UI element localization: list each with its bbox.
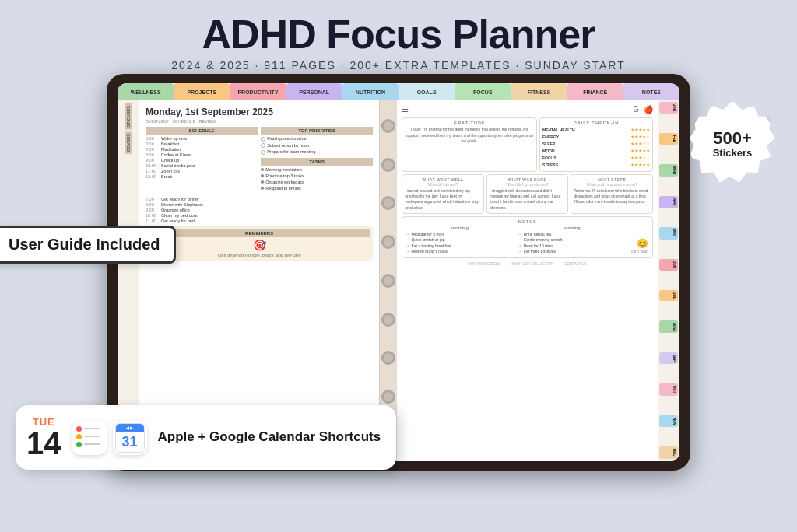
page-subtitle: 2024 & 2025 · 911 PAGES · 200+ EXTRA TEM… — [0, 59, 797, 72]
tab-finance[interactable]: FINANCE — [567, 83, 623, 100]
priorities-col: TOP PRIORITIES Finish project outline Su… — [261, 127, 373, 192]
time-task: Social media post — [161, 163, 195, 168]
bullet-icon — [261, 137, 265, 142]
reminders-app-icon[interactable] — [72, 421, 107, 455]
arrow-icon: → — [405, 249, 409, 254]
google-calendar-icon[interactable]: ◀ ▶ 31 — [113, 421, 147, 455]
month-mar[interactable]: MAR — [659, 164, 678, 177]
tab-productivity[interactable]: PRODUCTIVITY — [230, 83, 286, 100]
month-feb[interactable]: FEB — [659, 133, 678, 145]
google-icon[interactable]: G — [633, 105, 639, 114]
month-dec[interactable]: DEC — [659, 446, 678, 459]
checkin-row: FOCUS ★★★☆☆ — [542, 155, 650, 160]
reminders-header: REMINDERS — [149, 229, 370, 237]
page-title: ADHD Focus Planner — [0, 14, 797, 54]
time-row: 6:00 Breakfast — [146, 142, 258, 146]
time-row: 9:00 Check up — [146, 158, 258, 163]
review-sub: What did I do well? — [405, 183, 481, 187]
notes-section: NOTES morning → Meditate for 5 mins — [402, 216, 653, 258]
checkin-label: ENERGY — [542, 135, 559, 139]
tab-notes[interactable]: NOTES — [623, 83, 679, 100]
checkin-label: SLEEP — [542, 142, 555, 146]
arrow-icon: → — [518, 232, 522, 236]
user-guide-text: User Guide Included — [9, 236, 160, 254]
month-aug[interactable]: AUG — [659, 320, 678, 333]
review-sub: What didn't go as planned? — [490, 183, 566, 187]
month-jul[interactable]: JUL — [659, 290, 678, 302]
reminder-text: I am deserving of love, peace, and self-… — [149, 253, 370, 257]
ring — [381, 119, 395, 133]
note-text: Read for 10 mins — [524, 243, 553, 248]
task-text: Respond to emails — [265, 186, 301, 191]
dot-icon — [261, 174, 264, 177]
schedule-header: SCHEDULE — [146, 127, 258, 135]
time-label: 10:00 — [146, 213, 160, 218]
ring — [381, 235, 395, 249]
ring — [381, 274, 395, 288]
footer-shop: SHOP OUR COLLECTION — [511, 262, 553, 266]
right-sidebar-months: JAN FEB MAR APR MAY JUN JUL AUG SEP OCT … — [658, 100, 679, 461]
checkin-label: STRESS — [542, 163, 558, 167]
time-row: 10:00 Social media post — [146, 163, 258, 168]
time-row: 9:00 Organize office — [146, 208, 373, 212]
time-row: 7:00 Get ready for dinner — [146, 197, 373, 201]
note-text: Meditate for 5 mins — [411, 232, 444, 236]
ring — [381, 351, 395, 365]
month-jun[interactable]: JUN — [659, 259, 678, 271]
time-task: Breakfast — [161, 142, 179, 146]
tab-wellness[interactable]: WELLNESS — [118, 83, 174, 100]
apple-icon[interactable]: 🍎 — [644, 105, 653, 114]
tab-fitness[interactable]: FITNESS — [511, 83, 567, 100]
what-was-hard-box: WHAT WAS HARD What didn't go as planned?… — [486, 174, 569, 214]
dot-icon — [261, 180, 264, 184]
checkin-label: MOOD — [542, 149, 555, 153]
time-label: 8:00 — [146, 152, 160, 157]
gratitude-text: Today, I'm grateful for the quiet moment… — [405, 127, 534, 145]
priority-text: Finish project outline — [267, 136, 306, 141]
calendar-shortcuts-text: Apple + Google Calendar Shortcuts — [158, 429, 381, 445]
month-may[interactable]: MAY — [659, 227, 678, 240]
month-sep[interactable]: SEP — [659, 352, 678, 364]
menu-icon[interactable]: ☰ — [402, 105, 409, 114]
footer-brand: CHATTAN DESIGNS — [468, 262, 500, 266]
sidebar-covers[interactable]: COVERS — [125, 131, 132, 154]
time-label: 8:00 — [146, 202, 160, 207]
checkin-row: SLEEP ★★★☆☆ — [542, 141, 650, 146]
stars: ★★★☆☆ — [630, 141, 650, 146]
task-text: Morning meditation — [265, 167, 302, 172]
stars: ★★★☆☆ — [630, 155, 650, 160]
reminders-section: REMINDERS 🎯 I am deserving of love, peac… — [146, 226, 373, 261]
footer-contact: CONTACT US — [564, 262, 587, 266]
month-nov[interactable]: NOV — [659, 415, 678, 428]
time-task: Dinner with Stephanie — [161, 202, 203, 207]
month-jan[interactable]: JAN — [659, 102, 678, 114]
month-oct[interactable]: OCT — [659, 383, 678, 396]
page-date: Monday, 1st September 2025 — [146, 107, 373, 117]
tab-nutrition[interactable]: NUTRITION — [342, 83, 398, 100]
morning-col: morning → Meditate for 5 mins → Quick st… — [405, 226, 514, 255]
note-item: → Gentle evening stretch — [518, 237, 627, 242]
tasks-section: TASKS Morning meditation Prioritize top … — [261, 158, 373, 191]
tab-projects[interactable]: PROJECTS — [174, 83, 230, 100]
ring — [381, 313, 395, 327]
note-text: Drink herbal tea — [524, 232, 551, 236]
note-text: Review today's tasks — [411, 249, 448, 254]
what-went-well-box: WHAT WENT WELL What did I do well? I sta… — [402, 174, 484, 214]
checkin-row: MENTAL HEALTH ★★★★★ — [542, 127, 650, 132]
time-task: Organize office — [161, 208, 190, 212]
tasks-header: TASKS — [261, 158, 373, 166]
sidebar-stickers[interactable]: STICKERS — [125, 103, 132, 130]
stars: ★★★★★ — [630, 162, 650, 167]
time-task: Clean my bedroom — [161, 213, 197, 218]
review-header: NEXT STEPS — [574, 177, 650, 182]
priority-item: Finish project outline — [261, 136, 373, 142]
reminders-icon: 🎯 — [149, 239, 370, 251]
tab-focus[interactable]: FOCUS — [455, 83, 511, 100]
tab-goals[interactable]: GOALS — [398, 83, 455, 100]
tab-bar: WELLNESS PROJECTS PRODUCTIVITY PERSONAL … — [118, 83, 679, 100]
tab-personal[interactable]: PERSONAL — [286, 83, 342, 100]
note-text: Eat a healthy breakfast — [411, 243, 451, 248]
time-task: Zoom call — [161, 169, 180, 173]
time-row: 7:00 Meditation — [146, 147, 258, 152]
month-apr[interactable]: APR — [659, 196, 678, 208]
